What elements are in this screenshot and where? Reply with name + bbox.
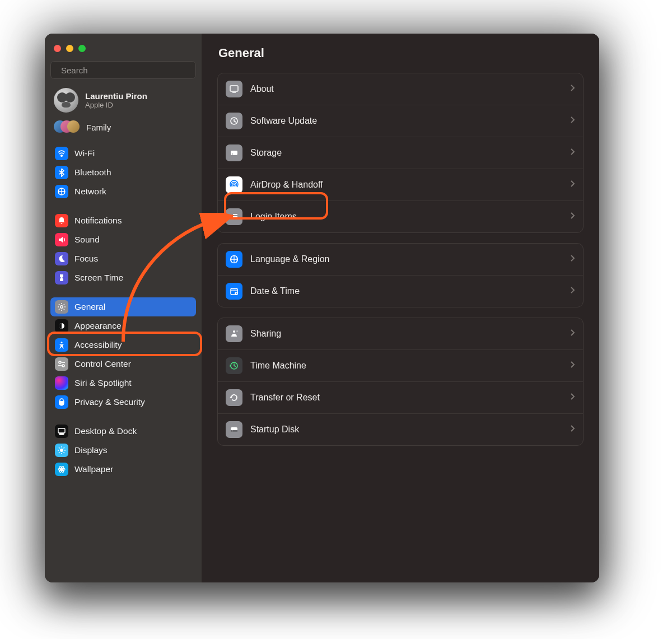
svg-rect-27 — [230, 86, 238, 91]
software-update-icon — [226, 113, 242, 129]
about-icon — [226, 81, 242, 97]
row-label: Time Machine — [250, 361, 562, 371]
chevron-right-icon — [570, 425, 575, 435]
sidebar-item-label: Appearance — [74, 321, 122, 331]
row-storage[interactable]: Storage — [218, 137, 583, 169]
avatar — [54, 88, 78, 113]
svg-point-23 — [61, 469, 63, 470]
sidebar-item-notifications[interactable]: Notifications — [50, 211, 196, 230]
sidebar-item-bluetooth[interactable]: Bluetooth — [50, 163, 196, 182]
sidebar-item-label: Siri & Spotlight — [74, 378, 132, 388]
screen-time-icon — [55, 271, 68, 284]
svg-point-9 — [62, 365, 64, 367]
sidebar-item-label: Control Center — [74, 359, 131, 369]
language-icon — [226, 251, 242, 268]
sidebar-item-appearance[interactable]: Appearance — [50, 316, 196, 335]
row-about[interactable]: About — [218, 73, 583, 105]
row-date-time[interactable]: Date & Time — [218, 275, 583, 307]
svg-point-4 — [60, 306, 63, 309]
sidebar-item-label: Screen Time — [74, 273, 123, 283]
apple-id-row[interactable]: Laurentiu Piron Apple ID — [50, 79, 196, 117]
sidebar-item-sound[interactable]: Sound — [50, 230, 196, 249]
date-time-icon — [226, 283, 242, 300]
startup-disk-icon — [226, 421, 242, 438]
sidebar-item-accessibility[interactable]: Accessibility — [50, 335, 196, 355]
svg-rect-30 — [231, 151, 237, 155]
search-field[interactable] — [50, 61, 196, 79]
panel: Language & Region Date & Time — [217, 243, 584, 307]
panel: About Software Update Storage AirDrop & … — [217, 73, 584, 233]
row-sharing[interactable]: Sharing — [218, 318, 583, 349]
svg-line-20 — [64, 453, 65, 454]
svg-point-6 — [61, 342, 63, 343]
sidebar-item-wifi[interactable]: Wi-Fi — [50, 144, 196, 163]
privacy-icon — [55, 395, 68, 409]
svg-point-14 — [60, 449, 63, 452]
sidebar-item-label: Bluetooth — [74, 167, 111, 178]
row-airdrop[interactable]: AirDrop & Handoff — [218, 169, 583, 200]
row-transfer-reset[interactable]: Transfer or Reset — [218, 381, 583, 413]
sidebar-item-label: Notifications — [74, 216, 122, 226]
account-sub: Apple ID — [85, 101, 147, 109]
svg-point-7 — [59, 361, 61, 363]
svg-line-21 — [59, 453, 60, 454]
close-button[interactable] — [54, 45, 61, 52]
settings-window: Laurentiu Piron Apple ID Family Wi-Fi — [45, 34, 599, 582]
sidebar-item-privacy[interactable]: Privacy & Security — [50, 393, 196, 412]
bluetooth-icon — [55, 166, 68, 179]
row-login-items[interactable]: Login Items — [218, 200, 583, 232]
sidebar-item-desktop-dock[interactable]: Desktop & Dock — [50, 422, 196, 441]
row-label: Language & Region — [250, 254, 562, 264]
airdrop-icon — [226, 176, 242, 193]
network-icon — [55, 185, 68, 198]
chevron-right-icon — [570, 286, 575, 296]
svg-point-43 — [233, 330, 235, 333]
svg-point-32 — [233, 184, 235, 186]
chevron-right-icon — [570, 116, 575, 126]
chevron-right-icon — [570, 361, 575, 371]
chevron-right-icon — [570, 180, 575, 190]
sidebar-item-label: Wi-Fi — [74, 148, 95, 158]
notifications-icon — [55, 214, 68, 227]
search-input[interactable] — [61, 66, 190, 75]
svg-rect-12 — [58, 428, 65, 433]
row-label: Sharing — [250, 329, 562, 339]
family-row[interactable]: Family — [50, 117, 196, 142]
row-label: Software Update — [250, 116, 562, 126]
row-label: Date & Time — [250, 286, 562, 296]
page-title: General — [217, 46, 584, 60]
account-name: Laurentiu Piron — [85, 91, 147, 101]
sidebar-item-network[interactable]: Network — [50, 182, 196, 201]
maximize-button[interactable] — [78, 45, 86, 52]
sidebar-item-screen-time[interactable]: Screen Time — [50, 268, 196, 287]
sidebar-item-control-center[interactable]: Control Center — [50, 355, 196, 374]
appearance-icon — [55, 319, 68, 333]
sidebar-item-general[interactable]: General — [50, 297, 196, 316]
control-center-icon — [55, 357, 68, 371]
chevron-right-icon — [570, 84, 575, 94]
row-startup-disk[interactable]: Startup Disk — [218, 413, 583, 445]
svg-point-31 — [232, 153, 233, 155]
sidebar-item-focus[interactable]: Focus — [50, 249, 196, 268]
panel: Sharing Time Machine Transfer or Reset S… — [217, 318, 584, 446]
row-software-update[interactable]: Software Update — [218, 105, 583, 137]
displays-icon — [55, 444, 68, 457]
sidebar-item-wallpaper[interactable]: Wallpaper — [50, 460, 196, 479]
chevron-right-icon — [570, 254, 575, 264]
sidebar-item-siri[interactable]: Siri & Spotlight — [50, 374, 196, 393]
sidebar-item-label: Accessibility — [74, 340, 122, 350]
minimize-button[interactable] — [66, 45, 73, 52]
wallpaper-icon — [55, 463, 68, 476]
svg-point-47 — [232, 431, 233, 432]
row-label: AirDrop & Handoff — [250, 180, 562, 190]
family-label: Family — [86, 123, 111, 132]
row-label: Storage — [250, 148, 562, 158]
login-items-icon — [226, 208, 242, 225]
sidebar-item-displays[interactable]: Displays — [50, 441, 196, 460]
row-language-region[interactable]: Language & Region — [218, 244, 583, 275]
family-avatars — [54, 120, 78, 134]
accessibility-icon — [55, 338, 68, 352]
sidebar-item-label: Privacy & Security — [74, 397, 145, 407]
svg-point-2 — [61, 155, 63, 157]
row-time-machine[interactable]: Time Machine — [218, 349, 583, 381]
